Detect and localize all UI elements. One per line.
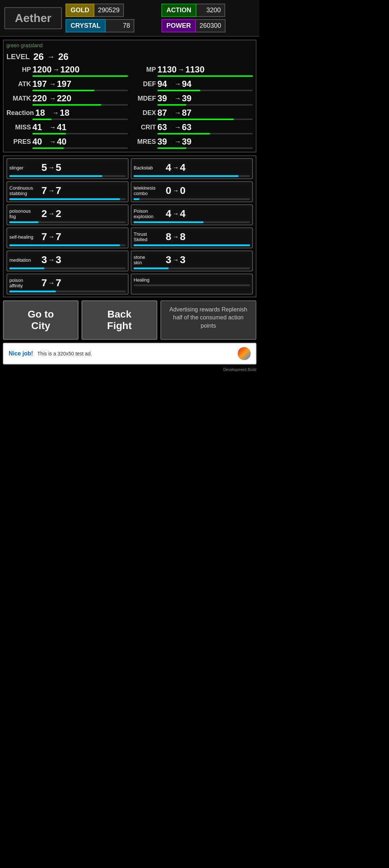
stat-from: 39 [157,93,173,103]
stat-row: MATK220→220 [6,93,128,106]
stat-row: MP1130→1130 [131,64,253,78]
stat-label: HP [6,66,31,74]
skill-arrow: → [48,187,55,195]
skill-name: stinger [9,165,40,170]
stat-to: 40 [57,137,73,147]
action-label: ACTION [161,4,196,17]
stat-label: MRES [131,138,156,146]
stat-from: 94 [157,79,173,89]
stat-arrow: → [49,138,56,146]
stat-row: MISS41→41 [6,121,128,135]
skill-item: stone skin3→3 [131,251,253,271]
power-label: POWER [161,19,196,32]
aether-label: Aether [15,12,51,25]
dev-badge: Development Build [0,367,259,372]
stat-label: DEF [131,80,156,88]
stat-label: PRES [6,138,31,146]
stat-from: 1130 [157,65,176,75]
stat-label: MATK [6,95,31,102]
skill-level-to: 5 [56,162,62,173]
stat-from: 41 [32,122,48,132]
gold-value: 290529 [94,4,124,17]
skill-level-from: 7 [41,185,47,196]
stats-grid: HP1200→1200MP1130→1130ATK197→197DEF94→94… [6,64,253,150]
skill-item: Backstab4→4 [131,158,253,179]
skill-level-from: 3 [41,254,47,266]
ad-banner: Nice job! This is a 320x50 test ad. [3,343,256,364]
stat-arrow: → [174,80,181,88]
stat-arrow: → [49,95,56,102]
ads-button[interactable]: Advertising rewards Replenish half of th… [160,300,256,340]
gold-item: GOLD 290529 [66,4,159,17]
bottom-buttons: Go toCity BackFight Advertising rewards … [3,300,256,340]
stat-label: ATK [6,80,31,88]
skill-level-to: 8 [180,231,186,243]
skill-name: Backstab [134,165,164,170]
stat-label: MP [131,66,156,74]
stat-to: 1130 [185,65,204,75]
skill-name: self-healing [9,234,40,240]
stat-arrow: → [53,66,59,74]
skill-arrow: → [173,233,179,241]
skill-item: poison affinity7→7 [6,274,129,294]
stat-row: DEF94→94 [131,78,253,92]
stat-to: 39 [182,93,198,103]
stat-row: CRIT63→63 [131,121,253,135]
skill-item: Thrust Skilled8→8 [131,227,253,248]
stat-arrow: → [174,138,181,146]
stat-label: MDEF [131,95,156,102]
skill-name: stone skin [134,254,164,265]
skill-level-from: 7 [41,231,47,243]
top-header: Aether GOLD 290529 ACTION 3200 CRYSTAL 7… [0,0,259,37]
crystal-item: CRYSTAL 78 [66,19,159,32]
city-button[interactable]: Go toCity [3,300,79,340]
stat-from: 197 [32,79,48,89]
stats-panel: green grassland LEVEL 26 → 26 HP1200→120… [3,40,256,152]
skill-level-to: 7 [56,277,62,289]
skill-arrow: → [48,164,55,172]
action-value: 3200 [196,4,225,17]
level-to: 26 [58,51,68,62]
stat-row: Reaction18→18 [6,107,128,121]
skill-arrow: → [173,256,179,264]
skill-item: stinger5→5 [6,158,129,179]
stat-row: DEX87→87 [131,107,253,121]
stat-from: 63 [157,122,173,132]
skill-arrow: → [48,279,55,287]
stat-label: Reaction [6,109,34,117]
stat-arrow: → [174,109,181,117]
stat-label: CRIT [131,124,156,131]
fight-button[interactable]: BackFight [81,300,157,340]
skill-level-to: 7 [56,185,62,196]
stat-to: 197 [57,79,73,89]
skill-level-from: 4 [166,208,171,220]
stat-to: 39 [182,137,198,147]
skill-item: meditation3→3 [6,251,129,271]
stat-from: 220 [32,93,48,103]
level-from: 26 [33,51,44,62]
skill-item: self-healing7→7 [6,227,129,248]
skill-item: Poison explosion4→4 [131,204,253,225]
skill-level-from: 3 [166,254,171,266]
skill-arrow: → [173,210,179,218]
stat-arrow: → [52,109,59,117]
skill-arrow: → [173,164,179,172]
skill-level-to: 3 [180,254,186,266]
skill-level-from: 0 [166,185,171,196]
stat-arrow: → [49,80,56,88]
skill-name: Thrust Skilled [134,231,164,242]
aether-title: Aether [4,7,62,29]
skill-level-to: 2 [56,208,62,220]
stat-to: 18 [60,108,76,118]
skill-name: Continuous stabbing [9,185,40,196]
skill-item: Healing [131,274,253,294]
ad-logo-icon [238,347,251,360]
skill-level-from: 2 [41,208,47,220]
stat-arrow: → [174,124,181,131]
skill-arrow: → [48,256,55,264]
skill-arrow: → [173,187,179,195]
ad-text: This is a 320x50 test ad. [37,351,233,356]
skill-level-to: 4 [180,208,186,220]
ads-text: Advertising rewards Replenish half of th… [169,306,247,329]
skills-grid: stinger5→5Backstab4→4Continuous stabbing… [6,158,253,294]
